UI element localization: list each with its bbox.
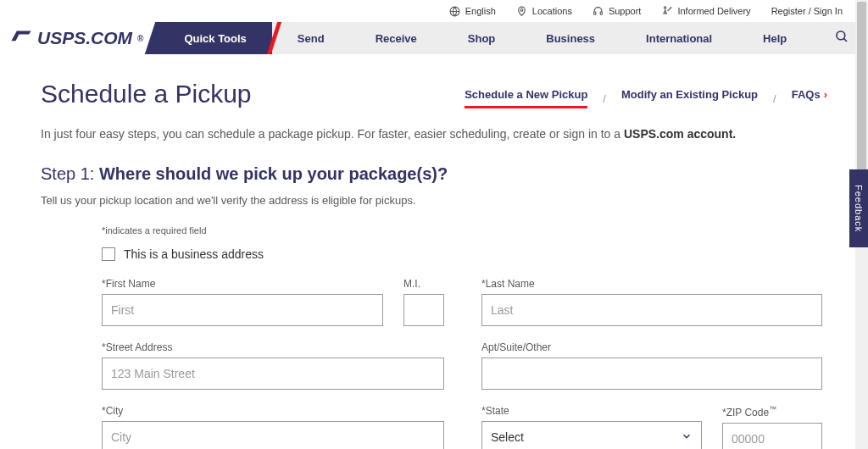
- nav-shop[interactable]: Shop: [442, 22, 521, 54]
- business-address-checkbox[interactable]: [102, 247, 115, 261]
- nav-send[interactable]: Send: [272, 22, 350, 54]
- language-label: English: [465, 6, 496, 16]
- step-1-description: Tell us your pickup location and we'll v…: [41, 194, 827, 207]
- first-name-input[interactable]: [102, 294, 383, 326]
- main-nav: USPS.COM® Quick Tools Send Receive Shop …: [0, 22, 868, 54]
- register-label: Register / Sign In: [771, 6, 843, 16]
- svg-rect-2: [594, 12, 596, 14]
- informed-delivery-icon: [661, 5, 673, 17]
- register-signin-link[interactable]: Register / Sign In: [771, 6, 843, 16]
- svg-line-6: [843, 38, 847, 42]
- zip-label: *ZIP Code™: [722, 405, 822, 419]
- nav-help[interactable]: Help: [737, 22, 812, 54]
- page-content: Schedule a Pickup Schedule a New Pickup …: [0, 54, 868, 449]
- mi-label: M.I.: [403, 278, 444, 290]
- nav-international[interactable]: International: [620, 22, 737, 54]
- account-link[interactable]: USPS.com account.: [624, 127, 736, 141]
- globe-icon: [449, 5, 461, 17]
- tab-separator: /: [603, 92, 606, 105]
- svg-point-5: [837, 31, 845, 40]
- nav-business[interactable]: Business: [520, 22, 620, 54]
- state-select[interactable]: Select: [481, 421, 702, 449]
- street-input[interactable]: [102, 358, 444, 390]
- mi-input[interactable]: [403, 294, 444, 326]
- utility-bar: English Locations Support Informed Deliv…: [0, 0, 868, 22]
- logo[interactable]: USPS.COM®: [0, 22, 159, 54]
- page-title: Schedule a Pickup: [41, 80, 252, 108]
- svg-rect-3: [601, 12, 603, 14]
- step-1-heading: Step 1: Where should we pick up your pac…: [41, 164, 827, 184]
- sub-tabs: Schedule a New Pickup / Modify an Existi…: [465, 88, 827, 108]
- tab-schedule-new[interactable]: Schedule a New Pickup: [465, 88, 587, 108]
- nav-receive[interactable]: Receive: [350, 22, 442, 54]
- chevron-right-icon: ›: [824, 88, 827, 101]
- business-address-label: This is a business address: [124, 247, 264, 261]
- svg-point-1: [520, 8, 523, 11]
- first-name-label: *First Name: [102, 278, 383, 290]
- language-selector[interactable]: English: [449, 5, 496, 17]
- eagle-icon: [10, 28, 32, 49]
- tab-faqs[interactable]: FAQs ›: [792, 88, 827, 108]
- last-name-input[interactable]: [481, 294, 822, 326]
- nav-quick-tools[interactable]: Quick Tools: [159, 22, 271, 54]
- location-pin-icon: [516, 5, 528, 17]
- informed-label: Informed Delivery: [677, 6, 750, 16]
- support-label: Support: [609, 6, 642, 16]
- chevron-down-icon: [681, 430, 693, 445]
- apt-input[interactable]: [481, 358, 822, 390]
- informed-delivery-link[interactable]: Informed Delivery: [661, 5, 750, 17]
- city-input[interactable]: [102, 421, 444, 449]
- last-name-label: *Last Name: [481, 278, 822, 290]
- apt-label: Apt/Suite/Other: [481, 341, 822, 353]
- search-icon: [834, 29, 849, 47]
- tab-separator: /: [773, 92, 776, 105]
- headset-icon: [593, 5, 604, 17]
- pickup-form: *indicates a required field This is a bu…: [41, 225, 827, 449]
- scrollbar-thumb[interactable]: [857, 2, 866, 188]
- tab-modify-existing[interactable]: Modify an Existing Pickup: [621, 88, 758, 108]
- locations-label: Locations: [532, 6, 572, 16]
- required-note: *indicates a required field: [102, 225, 827, 236]
- intro-text: In just four easy steps, you can schedul…: [41, 127, 827, 141]
- logo-text: USPS.COM: [37, 28, 132, 48]
- svg-point-4: [665, 7, 666, 8]
- quick-tools-label: Quick Tools: [184, 32, 246, 45]
- street-label: *Street Address: [102, 341, 444, 353]
- support-link[interactable]: Support: [593, 5, 642, 17]
- feedback-tab[interactable]: Feedback: [849, 169, 868, 247]
- zip-input[interactable]: [722, 423, 822, 449]
- locations-link[interactable]: Locations: [516, 5, 572, 17]
- state-label: *State: [481, 405, 702, 417]
- state-selected-value: Select: [491, 430, 524, 444]
- city-label: *City: [102, 405, 444, 417]
